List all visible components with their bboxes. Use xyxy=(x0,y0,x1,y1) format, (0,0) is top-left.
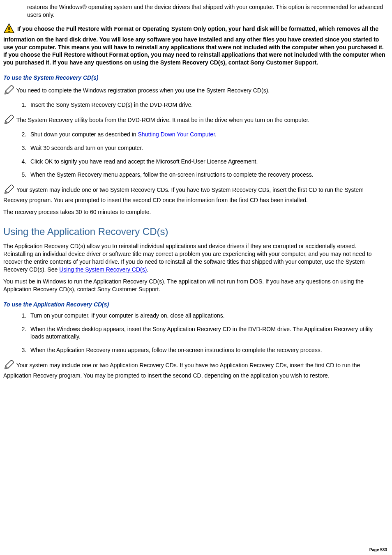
app-recovery-subtitle: To use the Application Recovery CD(s) xyxy=(3,301,385,309)
app-para1-a: The Application Recovery CD(s) allow you… xyxy=(3,243,371,273)
warning-text: If you choose the Full Restore with Form… xyxy=(3,25,385,66)
sys-step2: Shut down your computer as described in … xyxy=(28,131,385,138)
shutdown-link[interactable]: Shutting Down Your Computer xyxy=(138,131,215,138)
app-para2: You must be in Windows to run the Applic… xyxy=(3,278,385,293)
pencil-icon xyxy=(3,85,14,97)
recovery-time-note: The recovery process takes 30 to 60 minu… xyxy=(3,208,385,216)
app-step2: When the Windows desktop appears, insert… xyxy=(28,325,385,341)
sys-recovery-subtitle: To use the System Recovery CD(s) xyxy=(3,74,385,82)
note-boot: The System Recovery utility boots from t… xyxy=(3,115,385,127)
note-app-two-cd: Your system may include one or two Appli… xyxy=(3,360,385,380)
note-registration: You need to complete the Windows registr… xyxy=(3,85,385,97)
app-step1: Turn on your computer. If your computer … xyxy=(28,312,385,320)
sys-step5: When the System Recovery menu appears, f… xyxy=(28,171,385,179)
app-recovery-steps: Turn on your computer. If your computer … xyxy=(20,312,385,355)
warning-icon xyxy=(3,23,15,36)
note-two-cd: Your system may include one or two Syste… xyxy=(3,184,385,204)
sys-recovery-steps-cont: Shut down your computer as described in … xyxy=(20,131,385,179)
app-recovery-heading: Using the Application Recovery CD(s) xyxy=(3,225,385,238)
sys-step4: Click OK to signify you have read and ac… xyxy=(28,158,385,166)
note-app-two-cd-text: Your system may include one or two Appli… xyxy=(3,362,360,379)
sys-step2-a: Shut down your computer as described in xyxy=(30,131,138,138)
warning-block: If you choose the Full Restore with Form… xyxy=(3,23,385,67)
sys-step2-b: . xyxy=(215,131,217,138)
note-boot-text: The System Recovery utility boots from t… xyxy=(16,117,310,123)
app-para1: The Application Recovery CD(s) allow you… xyxy=(3,242,385,274)
note-registration-text: You need to complete the Windows registr… xyxy=(16,87,270,94)
pencil-icon xyxy=(3,115,14,127)
sys-step3: Wait 30 seconds and turn on your compute… xyxy=(28,144,385,152)
sys-recovery-steps: Insert the Sony System Recovery CD(s) in… xyxy=(20,101,385,109)
sys-recovery-link[interactable]: Using the System Recovery CD(s) xyxy=(59,266,147,273)
app-step3: When the Application Recovery menu appea… xyxy=(28,346,385,354)
top-partial-text: restores the Windows® operating system a… xyxy=(27,4,383,18)
top-partial-paragraph: restores the Windows® operating system a… xyxy=(27,3,385,19)
pencil-icon xyxy=(3,360,14,372)
app-para1-b: . xyxy=(147,266,148,273)
note-two-cd-text: Your system may include one or two Syste… xyxy=(3,187,364,204)
pencil-icon xyxy=(3,184,14,196)
sys-step1: Insert the Sony System Recovery CD(s) in… xyxy=(28,101,385,109)
